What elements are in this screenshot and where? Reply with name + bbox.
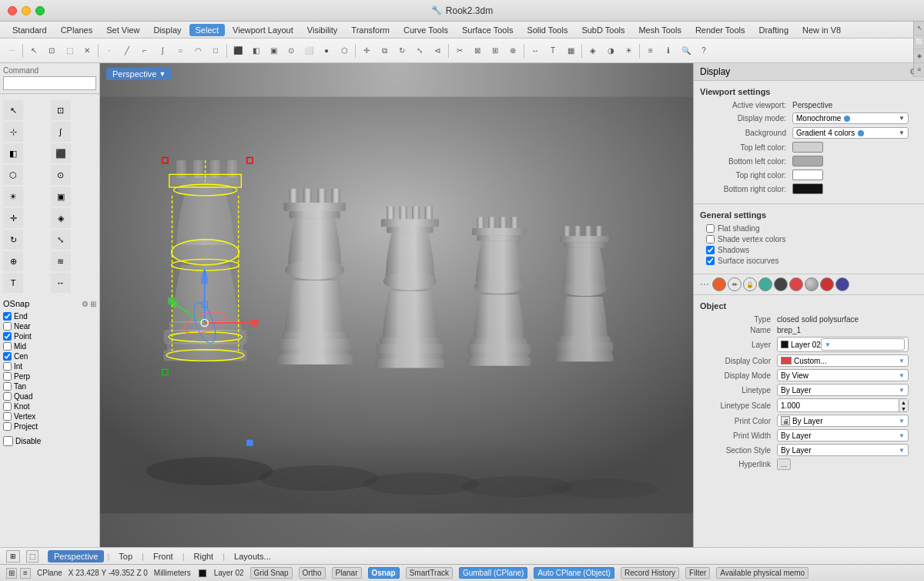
color-btn-dark[interactable] xyxy=(774,277,788,291)
tool-analyze[interactable]: ≋ xyxy=(51,251,71,271)
toolbar-revolve[interactable]: ⊙ xyxy=(283,42,300,59)
status-filter[interactable]: Filter xyxy=(685,567,710,579)
command-input[interactable] xyxy=(3,76,96,90)
color-btn-green[interactable] xyxy=(758,277,772,291)
menu-meshtools[interactable]: Mesh Tools xyxy=(632,24,687,36)
osnap-cen-check[interactable] xyxy=(3,352,12,361)
menu-display[interactable]: Display xyxy=(147,24,187,36)
toolbar-point[interactable]: · xyxy=(101,42,118,59)
snap-list-icon[interactable]: ≡ xyxy=(20,568,31,579)
status-record-history[interactable]: Record History xyxy=(621,567,679,579)
color-btn-red[interactable] xyxy=(789,277,803,291)
menu-transform[interactable]: Transform xyxy=(345,24,396,36)
toolbar-search[interactable]: 🔍 xyxy=(678,42,695,59)
toolbar-arc[interactable]: ◠ xyxy=(189,42,206,59)
shadows-check[interactable] xyxy=(706,246,715,254)
top-right-color-swatch[interactable] xyxy=(792,170,823,180)
viewport-dropdown-btn[interactable]: Perspective ▼ xyxy=(106,68,172,80)
tool-grip[interactable]: ✛ xyxy=(3,208,23,228)
toolbar-text[interactable]: T xyxy=(544,42,561,59)
toolbar-loft[interactable]: ▣ xyxy=(265,42,282,59)
color-btn-sphere[interactable] xyxy=(805,277,819,291)
color-btn-pencil[interactable]: ✏ xyxy=(728,277,742,291)
toolbar-sphere[interactable]: ● xyxy=(318,42,335,59)
osnap-knot-check[interactable] xyxy=(3,402,12,411)
menu-setview[interactable]: Set View xyxy=(100,24,146,36)
menu-newinv8[interactable]: New in V8 xyxy=(796,24,847,36)
obj-print-width-dropdown[interactable]: By Layer ▼ xyxy=(777,429,909,442)
tool-solid[interactable]: ⬛ xyxy=(51,143,71,163)
toolbar-copy[interactable]: ⧉ xyxy=(376,42,393,59)
toolbar-dim[interactable]: ↔ xyxy=(527,42,544,59)
tool-surface[interactable]: ◧ xyxy=(3,143,23,163)
toolbar-props[interactable]: ℹ xyxy=(660,42,677,59)
toolbar-deselect[interactable]: ✕ xyxy=(79,42,95,59)
tool-annotation[interactable]: ⊙ xyxy=(51,165,71,185)
toolbar-layer[interactable]: ≡ xyxy=(642,42,659,59)
obj-print-color-dropdown[interactable]: 🖨 By Layer ▼ xyxy=(777,415,909,427)
osnap-perp-check[interactable] xyxy=(3,372,12,381)
osnap-quad-check[interactable] xyxy=(3,392,12,401)
menu-drafting[interactable]: Drafting xyxy=(753,24,795,36)
menu-select[interactable]: Select xyxy=(189,24,226,36)
toolbar-line[interactable]: ╱ xyxy=(119,42,136,59)
status-ortho[interactable]: Ortho xyxy=(299,567,326,579)
toolbar-select2[interactable]: ⊡ xyxy=(43,42,60,59)
menu-visibility[interactable]: Visibility xyxy=(301,24,344,36)
toolbar-trim[interactable]: ✂ xyxy=(451,42,468,59)
tool-light[interactable]: ☀ xyxy=(3,186,23,207)
bottom-left-color-swatch[interactable] xyxy=(792,156,823,166)
toolbar-extrude[interactable]: ⬛ xyxy=(229,42,246,59)
maximize-button[interactable] xyxy=(35,6,45,15)
status-smarttrack[interactable]: SmartTrack xyxy=(406,567,453,579)
toolbar-scale[interactable]: ⤡ xyxy=(411,42,428,59)
toolbar-box[interactable]: ⬜ xyxy=(300,42,317,59)
status-auto-cplane[interactable]: Auto CPlane (Object) xyxy=(534,567,614,579)
obj-layer-dropdown[interactable]: Layer 02 ▼ xyxy=(777,337,909,352)
color-btn-red2[interactable] xyxy=(820,277,834,291)
tool-select-arrow[interactable]: ↖ xyxy=(3,100,23,120)
layout-btn[interactable]: ⬚ xyxy=(26,550,38,563)
tab-right[interactable]: Right xyxy=(188,550,220,563)
toolbar-rect[interactable]: □ xyxy=(207,42,224,59)
toolbar-rotate[interactable]: ↻ xyxy=(393,42,410,59)
snap-grid-icon[interactable]: ⊞ xyxy=(6,568,17,579)
menu-cplanes[interactable]: CPlanes xyxy=(55,24,99,36)
osnap-filter-icon[interactable]: ⊞ xyxy=(90,300,96,308)
close-button[interactable] xyxy=(8,6,17,15)
osnap-project-check[interactable] xyxy=(3,422,12,431)
color-btn-blue2[interactable] xyxy=(835,277,849,291)
menu-subdtools[interactable]: SubD Tools xyxy=(575,24,631,36)
stepper-up[interactable]: ▲ xyxy=(899,399,908,405)
osnap-mid-check[interactable] xyxy=(3,342,12,351)
toolbar-curve[interactable]: ∫ xyxy=(154,42,171,59)
minimize-button[interactable] xyxy=(22,6,31,15)
tool-point-cloud[interactable]: ⊹ xyxy=(3,122,23,142)
tool-rotate[interactable]: ↻ xyxy=(3,230,23,250)
shade-vertex-check[interactable] xyxy=(706,235,715,243)
display-mode-dropdown[interactable]: Monochrome ▼ xyxy=(792,113,909,124)
menu-curvetools[interactable]: Curve Tools xyxy=(397,24,454,36)
toolbar-mirror[interactable]: ⊲ xyxy=(429,42,446,59)
osnap-near-check[interactable] xyxy=(3,322,12,331)
background-dropdown[interactable]: Gradient 4 colors ▼ xyxy=(792,127,909,139)
toolbar-join[interactable]: ⊞ xyxy=(487,42,504,59)
toolbar-boolean[interactable]: ⊕ xyxy=(504,42,521,59)
side-icon-layer[interactable]: ≡ xyxy=(914,63,924,77)
tool-dim[interactable]: ↔ xyxy=(51,273,71,293)
stepper-down[interactable]: ▼ xyxy=(899,405,908,411)
toolbar-split[interactable]: ⊠ xyxy=(469,42,486,59)
obj-linetype-dropdown[interactable]: By Layer ▼ xyxy=(777,384,909,396)
tool-curve[interactable]: ∫ xyxy=(51,122,71,142)
tab-front[interactable]: Front xyxy=(147,550,179,563)
toolbar-circle[interactable]: ○ xyxy=(172,42,189,59)
tab-layouts[interactable]: Layouts... xyxy=(228,550,277,563)
top-left-color-swatch[interactable] xyxy=(792,142,823,153)
tool-text[interactable]: T xyxy=(3,273,23,293)
menu-standard[interactable]: Standard xyxy=(6,24,53,36)
osnap-tan-check[interactable] xyxy=(3,382,12,391)
bottom-right-color-swatch[interactable] xyxy=(792,183,823,194)
surface-isocurves-check[interactable] xyxy=(706,257,715,265)
toolbar-move[interactable]: ✛ xyxy=(358,42,375,59)
viewport-area[interactable]: Perspective ▼ xyxy=(100,63,693,547)
